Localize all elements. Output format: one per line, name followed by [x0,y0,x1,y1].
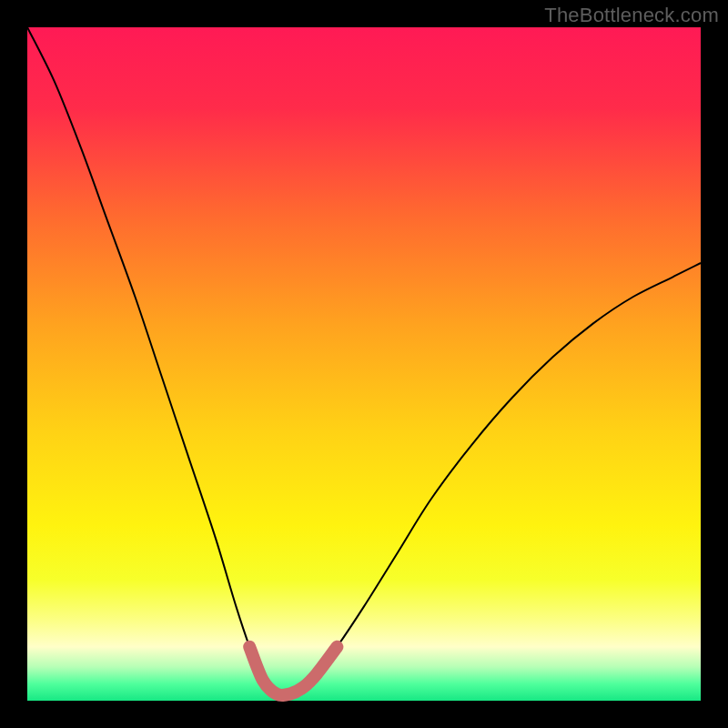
bottleneck-chart [0,0,728,728]
chart-stage [0,0,728,728]
gradient-background [27,27,701,701]
watermark-text: TheBottleneck.com [544,4,719,27]
